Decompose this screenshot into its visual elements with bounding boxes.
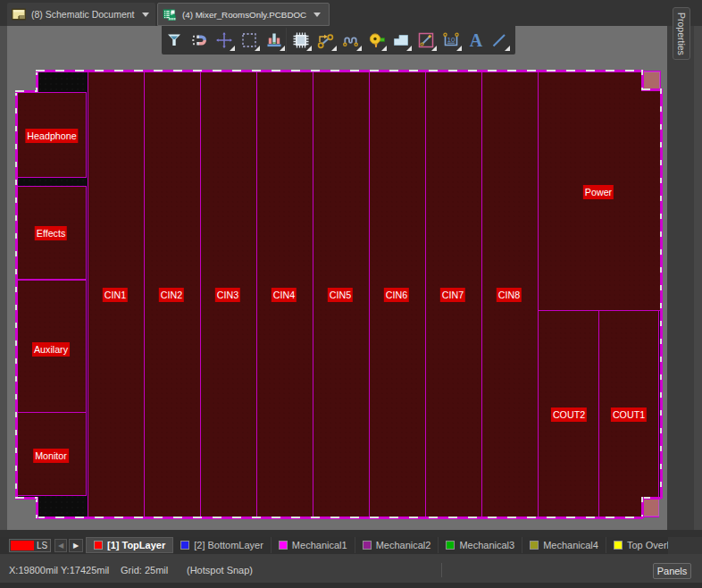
svg-text:A: A — [470, 30, 483, 50]
svg-text:10: 10 — [447, 36, 455, 44]
